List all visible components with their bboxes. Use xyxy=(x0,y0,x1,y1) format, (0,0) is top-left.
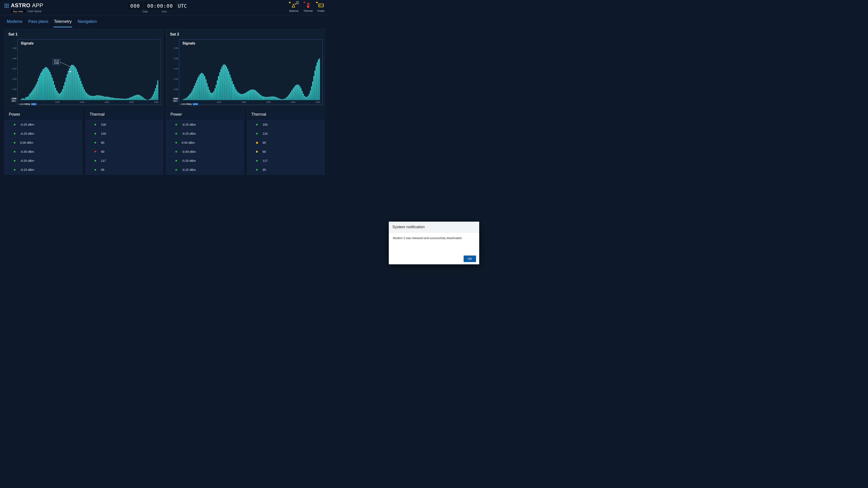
metric-value: -0.25 dBm xyxy=(182,132,196,135)
metric-value: -0.15 dBm xyxy=(182,168,196,171)
status-label: Thermal xyxy=(303,9,312,12)
clock-tz: UTC xyxy=(178,3,187,9)
sat-title: Sat 2 xyxy=(166,29,324,39)
tab-navigation[interactable]: Navigation xyxy=(77,18,97,27)
status-ok-icon xyxy=(14,169,16,170)
status-ok-icon xyxy=(14,133,16,134)
power-row[interactable]: -0.30 dBm xyxy=(166,147,244,156)
status-caution-icon xyxy=(256,151,258,153)
svg-point-8 xyxy=(322,5,322,6)
thermal-card: Thermal100120909011795 xyxy=(247,109,325,175)
metric-value: -0.15 dBm xyxy=(20,168,34,171)
tab-modems[interactable]: Modems xyxy=(6,18,23,27)
metric-value: 117 xyxy=(101,159,106,162)
metric-value: -0.25 dBm xyxy=(20,123,34,126)
x-axis-ticks: 110011501200125013001350 xyxy=(30,101,158,103)
y-axis-label: PWRdBm xyxy=(7,97,17,102)
thermal-row[interactable]: 100 xyxy=(86,120,163,129)
status-ok-icon xyxy=(94,142,96,143)
metric-value: 120 xyxy=(101,132,106,135)
signals-title: Signals xyxy=(182,41,320,45)
thermal-row[interactable]: 117 xyxy=(86,156,163,165)
power-row[interactable]: 0.00 dBm xyxy=(5,138,82,147)
status-thermal[interactable]: Thermal xyxy=(303,2,312,12)
thermal-icon xyxy=(305,2,311,8)
power-header: Power xyxy=(5,109,82,120)
thermal-row[interactable]: 117 xyxy=(247,156,324,165)
status-label: Antenna xyxy=(289,9,298,12)
signals-chart[interactable]: 0.00-0.05-0.10-0.15-0.20-0.25zPWRdBmSign… xyxy=(5,39,163,107)
status-ok-icon xyxy=(256,133,258,134)
metric-value: 90 xyxy=(263,150,266,153)
metric-value: 95 xyxy=(101,168,104,171)
svg-line-10 xyxy=(59,62,70,67)
app-grid-icon[interactable] xyxy=(4,4,8,8)
tab-pass-plans[interactable]: Pass plans xyxy=(28,18,49,27)
metric-value: 90 xyxy=(101,150,104,153)
metric-value: -0.20 dBm xyxy=(20,159,34,162)
status-ok-icon xyxy=(256,169,258,170)
power-row[interactable]: -0.25 dBm xyxy=(5,129,82,138)
y-axis-ticks: 0.00-0.05-0.10-0.15-0.20-0.25z xyxy=(168,47,178,101)
thermal-header: Thermal xyxy=(86,109,163,120)
svg-point-1 xyxy=(307,6,309,8)
app-header: ASTRO APP App state User Name 000 00:00:… xyxy=(0,0,329,15)
tab-telemetry[interactable]: Telemetry xyxy=(54,18,72,27)
thermal-row[interactable]: 90 xyxy=(86,138,163,147)
thermal-header: Thermal xyxy=(247,109,324,120)
chart-bars xyxy=(21,46,158,100)
thermal-row[interactable]: 95 xyxy=(247,165,324,174)
thermal-card: Thermal100120909011795 xyxy=(86,109,163,175)
metric-value: 0.00 dBm xyxy=(182,141,195,144)
power-row[interactable]: 0.00 dBm xyxy=(166,138,244,147)
power-row[interactable]: -0.20 dBm xyxy=(166,156,244,165)
power-row[interactable]: -0.25 dBm xyxy=(166,129,244,138)
power-card: Power-0.25 dBm-0.25 dBm0.00 dBm-0.30 dBm… xyxy=(166,109,244,175)
signals-title: Signals xyxy=(21,41,158,45)
thermal-row[interactable]: 100 xyxy=(247,120,324,129)
y-axis-ticks: 0.00-0.05-0.10-0.15-0.20-0.25z xyxy=(7,47,17,101)
thermal-row[interactable]: 90 xyxy=(247,138,324,147)
status-power[interactable]: Power xyxy=(318,2,324,12)
power-card: Power-0.25 dBm-0.25 dBm0.00 dBm-0.30 dBm… xyxy=(4,109,82,175)
thermal-row[interactable]: 95 xyxy=(86,165,163,174)
metric-value: 90 xyxy=(263,141,266,144)
sat-panel: Sat 10.00-0.05-0.10-0.15-0.20-0.25zPWRdB… xyxy=(4,29,163,107)
status-ok-icon xyxy=(176,169,177,170)
status-ok-icon xyxy=(94,169,96,170)
thermal-row[interactable]: 90 xyxy=(247,147,324,156)
status-ok-icon xyxy=(14,142,16,143)
metric-value: 95 xyxy=(263,168,266,171)
status-ok-icon xyxy=(94,133,96,134)
status-count-badge: 1 xyxy=(296,1,299,4)
status-ok-icon xyxy=(256,124,258,125)
power-row[interactable]: -0.15 dBm xyxy=(166,165,244,174)
date-caption: Date xyxy=(143,10,148,13)
power-row[interactable]: -0.15 dBm xyxy=(5,165,82,174)
thermal-row[interactable]: 120 xyxy=(247,129,324,138)
metric-value: -0.30 dBm xyxy=(20,150,34,153)
power-row[interactable]: -0.25 dBm xyxy=(166,120,244,129)
status-antenna[interactable]: 1Antenna xyxy=(289,2,298,12)
metric-value: 100 xyxy=(101,123,106,126)
power-row[interactable]: -0.30 dBm xyxy=(5,147,82,156)
time-caption: Time xyxy=(161,10,167,13)
status-ok-icon xyxy=(176,151,177,153)
alert-square-icon xyxy=(289,2,290,3)
svg-rect-7 xyxy=(319,6,320,6)
thermal-row[interactable]: 90 xyxy=(86,147,163,156)
signals-chart[interactable]: 0.00-0.05-0.10-0.15-0.20-0.25zPWRdBmSign… xyxy=(166,39,324,107)
status-ok-icon xyxy=(94,160,96,162)
power-row[interactable]: -0.25 dBm xyxy=(5,120,82,129)
sat-title: Sat 1 xyxy=(5,29,163,39)
chart-datapoint-icon xyxy=(70,71,71,72)
power-header: Power xyxy=(166,109,244,120)
clock-time: 00:00:00 xyxy=(145,2,176,10)
status-ok-icon xyxy=(176,142,177,143)
header-clock: 000 00:00:00 UTC Date Time xyxy=(25,2,289,13)
thermal-row[interactable]: 120 xyxy=(86,129,163,138)
status-ok-icon xyxy=(256,160,258,162)
power-row[interactable]: -0.20 dBm xyxy=(5,156,82,165)
metric-value: 117 xyxy=(263,159,268,162)
status-ok-icon xyxy=(14,151,16,153)
